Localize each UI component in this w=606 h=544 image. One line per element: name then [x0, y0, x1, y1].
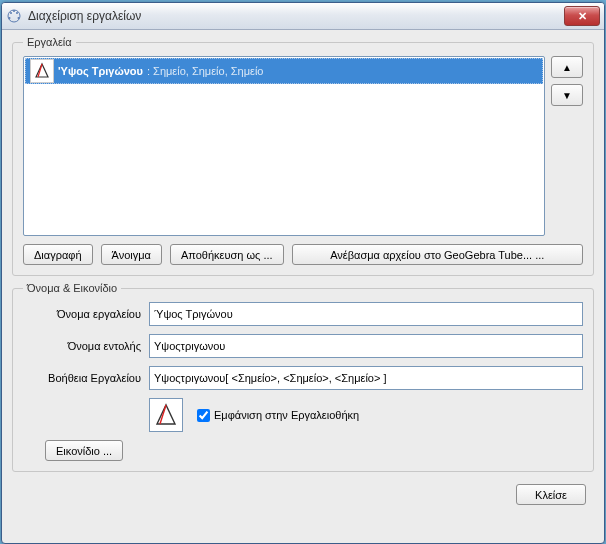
icon-button[interactable]: Εικονίδιο ... — [45, 440, 123, 461]
svg-point-3 — [18, 17, 20, 19]
tools-legend: Εργαλεία — [23, 36, 76, 48]
show-in-toolbar-checkbox[interactable] — [197, 409, 210, 422]
svg-point-1 — [13, 10, 15, 12]
tool-desc-text: : Σημείο, Σημείο, Σημείο — [147, 65, 264, 77]
details-legend: Όνομα & Εικονίδιο — [23, 282, 121, 294]
list-item[interactable]: 'Υψος Τριγώνου : Σημείο, Σημείο, Σημείο — [25, 58, 543, 84]
tools-listbox[interactable]: 'Υψος Τριγώνου : Σημείο, Σημείο, Σημείο — [23, 56, 545, 236]
icon-preview — [149, 398, 183, 432]
move-up-button[interactable]: ▲ — [551, 56, 583, 78]
details-fieldset: Όνομα & Εικονίδιο Όνομα εργαλείου Όνομα … — [12, 282, 594, 472]
content: Εργαλεία 'Υψος Τριγώνου : Σημείο, Σημείο… — [2, 30, 604, 543]
upload-button[interactable]: Ανέβασμα αρχείου στο GeoGebra Tube... ..… — [292, 244, 583, 265]
move-down-button[interactable]: ▼ — [551, 84, 583, 106]
command-name-input[interactable] — [149, 334, 583, 358]
help-label: Βοήθεια Εργαλείου — [23, 372, 149, 384]
show-in-toolbar-label: Εμφάνιση στην Εργαλειοθήκη — [214, 409, 359, 421]
close-button[interactable]: Κλείσε — [516, 484, 586, 505]
open-button[interactable]: Άνοιγμα — [101, 244, 162, 265]
tool-manager-dialog: Διαχείριση εργαλείων ✕ Εργαλεία 'Υψος Τρ… — [1, 2, 605, 544]
close-icon[interactable]: ✕ — [564, 6, 600, 26]
tool-name-input[interactable] — [149, 302, 583, 326]
svg-point-2 — [9, 17, 11, 19]
tool-name-label: Όνομα εργαλείου — [23, 308, 149, 320]
svg-point-4 — [10, 12, 12, 14]
save-as-button[interactable]: Αποθήκευση ως ... — [170, 244, 284, 265]
command-name-label: Όνομα εντολής — [23, 340, 149, 352]
app-icon — [6, 8, 22, 24]
window-title: Διαχείριση εργαλείων — [28, 9, 558, 23]
show-in-toolbar-row[interactable]: Εμφάνιση στην Εργαλειοθήκη — [197, 409, 359, 422]
titlebar[interactable]: Διαχείριση εργαλείων ✕ — [2, 3, 604, 30]
triangle-tool-icon — [30, 59, 54, 83]
svg-point-5 — [16, 12, 18, 14]
help-input[interactable] — [149, 366, 583, 390]
tools-fieldset: Εργαλεία 'Υψος Τριγώνου : Σημείο, Σημείο… — [12, 36, 594, 276]
delete-button[interactable]: Διαγραφή — [23, 244, 93, 265]
tool-name-text: 'Υψος Τριγώνου — [58, 65, 143, 77]
svg-marker-8 — [157, 405, 175, 424]
